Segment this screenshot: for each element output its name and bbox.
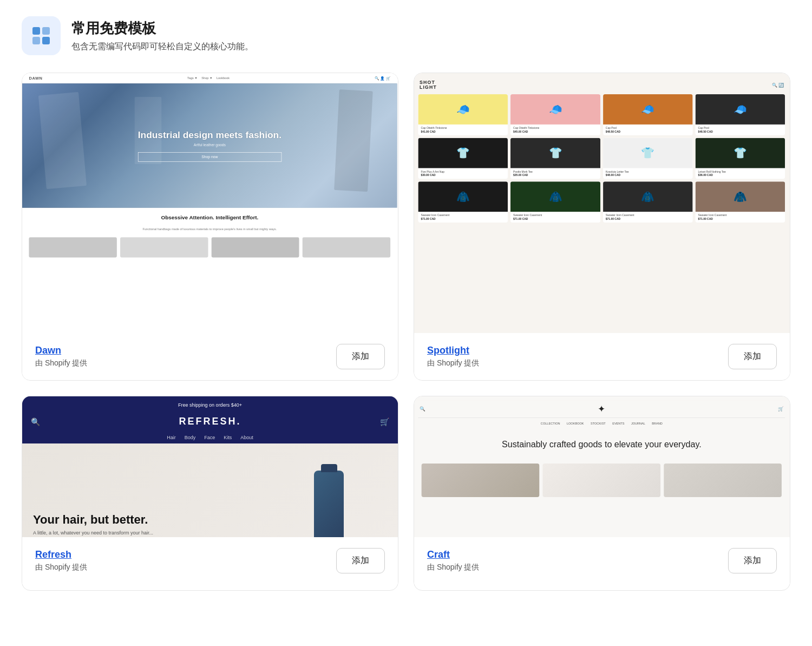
spotlight-icons: 🔍 🔄 (772, 82, 784, 87)
template-card-craft: 🔍 ✦ 🛒 COLLECTION LOOKBOOK STOCKIST EVENT… (414, 396, 790, 591)
dawn-footer: Dawn 由 Shopify 提供 添加 (22, 333, 398, 380)
svg-rect-0 (32, 27, 40, 35)
craft-nav: COLLECTION LOOKBOOK STOCKIST EVENTS JOUR… (418, 422, 785, 425)
dawn-nav: Tags ▼Shop ▼Lookbook (187, 76, 230, 80)
template-card-dawn: DAWN Tags ▼Shop ▼Lookbook 🔍 👤 🛒 Ind (22, 73, 398, 381)
craft-provider: 由 Shopify 提供 (427, 563, 479, 572)
craft-cart-icon: 🛒 (778, 406, 784, 412)
refresh-provider: 由 Shopify 提供 (35, 563, 87, 572)
list-item: 🧢 Cap Pool $48.50 CAD (696, 94, 785, 135)
refresh-logo: REFRESH. (179, 416, 241, 427)
craft-topbar: 🔍 ✦ 🛒 (418, 400, 785, 417)
dawn-topbar: DAWN Tags ▼Shop ▼Lookbook 🔍 👤 🛒 (22, 73, 397, 83)
craft-search-icon: 🔍 (420, 406, 425, 412)
svg-rect-1 (42, 27, 50, 35)
spotlight-topbar: SHOTLIGHT 🔍 🔄 (418, 77, 785, 94)
spotlight-info: Spotlight 由 Shopify 提供 (427, 345, 479, 368)
list-item: 🧥 Sweater Icon Casement $71.00 CAD (696, 181, 785, 223)
list-item: 👕 Letset Roll Nothing Tee $36.00 CAD (696, 138, 785, 179)
refresh-footer: Refresh 由 Shopify 提供 添加 (22, 537, 398, 584)
templates-grid: DAWN Tags ▼Shop ▼Lookbook 🔍 👤 🛒 Ind (22, 73, 790, 591)
refresh-info: Refresh 由 Shopify 提供 (35, 549, 87, 572)
dawn-section-title: Obsessive Attention. Intelligent Effort. (22, 208, 397, 227)
craft-hero-text: Sustainably crafted goods to elevate you… (418, 432, 785, 464)
list-item: 🧥 Sweater Icon Casement $71.00 CAD (510, 181, 600, 223)
dawn-hero-subtitle: Artful leather goods (138, 143, 281, 147)
spotlight-provider: 由 Shopify 提供 (427, 358, 479, 368)
list-item (422, 464, 540, 497)
list-item (543, 464, 661, 497)
list-item: 🧢 Cap Pool $48.50 CAD (603, 94, 693, 135)
dawn-shop-btn[interactable]: Shop now (138, 152, 281, 161)
refresh-add-button[interactable]: 添加 (336, 548, 385, 573)
dawn-hero-title: Industrial design meets fashion. (138, 129, 281, 140)
spotlight-footer: Spotlight 由 Shopify 提供 添加 (414, 333, 790, 380)
template-card-refresh: Free shipping on orders $40+ 🔍 REFRESH. … (22, 396, 398, 591)
craft-preview: 🔍 ✦ 🛒 COLLECTION LOOKBOOK STOCKIST EVENT… (414, 396, 790, 537)
svg-rect-3 (42, 37, 50, 44)
refresh-name[interactable]: Refresh (35, 549, 87, 560)
list-item: 🧢 Cap Otteith-Tinkstone $41.00 CAD (418, 94, 508, 135)
header-text: 常用免费模板 包含无需编写代码即可轻松自定义的核心功能。 (71, 19, 253, 53)
spotlight-name[interactable]: Spotlight (427, 345, 479, 356)
page-title: 常用免费模板 (71, 19, 253, 38)
list-item: 👕 Kosoluta Letter Tee $48.00 CAD (603, 138, 693, 179)
spotlight-logo: SHOTLIGHT (420, 80, 437, 90)
list-item: 👕 Five Plus A Ant Nap $30.00 CAD (418, 138, 508, 179)
dawn-section-text: Functional handbags made of luxurious ma… (22, 227, 397, 238)
dawn-thumbs (22, 237, 397, 264)
list-item: 🧥 Sweater Icon Casement $71.00 CAD (418, 181, 508, 223)
craft-name[interactable]: Craft (427, 549, 479, 560)
dawn-provider: 由 Shopify 提供 (35, 358, 87, 368)
spotlight-product-grid: 🧢 Cap Otteith-Tinkstone $41.00 CAD 🧢 Cap… (418, 94, 785, 223)
svg-rect-2 (32, 37, 40, 44)
refresh-hero-title: Your hair, but better. (33, 513, 153, 527)
page-header: 常用免费模板 包含无需编写代码即可轻松自定义的核心功能。 (22, 16, 790, 55)
list-item: 🧥 Sweater Icon Casement $71.00 CAD (603, 181, 693, 223)
craft-add-button[interactable]: 添加 (728, 548, 777, 573)
refresh-banner: Free shipping on orders $40+ (178, 402, 242, 408)
spotlight-add-button[interactable]: 添加 (728, 344, 777, 369)
dawn-preview: DAWN Tags ▼Shop ▼Lookbook 🔍 👤 🛒 Ind (22, 73, 398, 333)
dawn-name[interactable]: Dawn (35, 345, 87, 356)
list-item: 👕 Pootle Mork Tee $35.00 CAD (510, 138, 600, 179)
list-item: 🧢 Cap Otteith-Tinkstone $45.00 CAD (510, 94, 600, 135)
craft-product-row (418, 464, 785, 497)
list-item (664, 464, 782, 497)
refresh-hero-subtitle: A little, a lot, whatever you need to tr… (33, 530, 153, 536)
craft-info: Craft 由 Shopify 提供 (427, 549, 479, 572)
craft-footer: Craft 由 Shopify 提供 添加 (414, 537, 790, 584)
refresh-preview: Free shipping on orders $40+ 🔍 REFRESH. … (22, 396, 398, 537)
craft-logo: ✦ (598, 403, 605, 414)
dawn-add-button[interactable]: 添加 (336, 344, 385, 369)
dawn-hero: Industrial design meets fashion. Artful … (22, 83, 397, 207)
page-subtitle: 包含无需编写代码即可轻松自定义的核心功能。 (71, 41, 253, 53)
spotlight-preview: SHOTLIGHT 🔍 🔄 🧢 Cap Otteith-Tinkstone $4… (414, 73, 790, 333)
template-card-spotlight: SHOTLIGHT 🔍 🔄 🧢 Cap Otteith-Tinkstone $4… (414, 73, 790, 381)
header-icon (22, 16, 61, 55)
dawn-logo: DAWN (29, 76, 42, 81)
dawn-icons: 🔍 👤 🛒 (375, 76, 391, 80)
dawn-info: Dawn 由 Shopify 提供 (35, 345, 87, 368)
craft-hero-title: Sustainably crafted goods to elevate you… (425, 439, 778, 450)
